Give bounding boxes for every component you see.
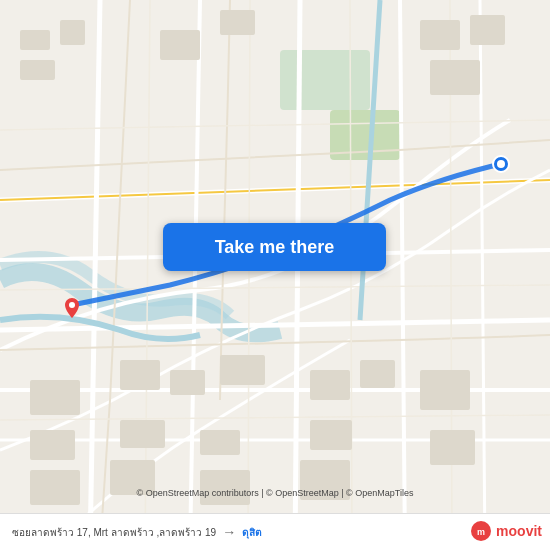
route-info: ซอยลาดพร้าว 17, Mrt ลาดพร้าว ,ลาดพร้าว 1… — [12, 524, 538, 540]
svg-rect-1 — [280, 50, 370, 110]
destination-marker — [492, 155, 510, 173]
svg-rect-30 — [170, 370, 205, 395]
arrow-icon: → — [222, 524, 236, 540]
map-background — [0, 0, 550, 550]
svg-rect-24 — [160, 30, 200, 60]
svg-rect-36 — [310, 420, 352, 450]
moovit-brand-text: moovit — [496, 523, 542, 539]
svg-rect-35 — [200, 430, 240, 455]
origin-marker — [62, 298, 82, 318]
svg-rect-21 — [20, 30, 50, 50]
svg-rect-40 — [30, 430, 75, 460]
svg-rect-29 — [120, 360, 160, 390]
moovit-logo-icon: m — [470, 520, 492, 542]
svg-rect-38 — [430, 430, 475, 465]
svg-rect-27 — [470, 15, 505, 45]
svg-rect-34 — [120, 420, 165, 448]
svg-rect-22 — [60, 20, 85, 45]
svg-rect-28 — [430, 60, 480, 95]
bottom-bar: ซอยลาดพร้าว 17, Mrt ลาดพร้าว ,ลาดพร้าว 1… — [0, 513, 550, 550]
svg-rect-42 — [110, 460, 155, 495]
moovit-logo: m moovit — [470, 520, 542, 542]
svg-rect-32 — [310, 370, 350, 400]
svg-rect-23 — [20, 60, 55, 80]
svg-point-47 — [497, 160, 505, 168]
svg-rect-44 — [300, 460, 350, 500]
take-me-there-button[interactable]: Take me there — [163, 223, 386, 271]
svg-rect-39 — [30, 380, 80, 415]
svg-rect-26 — [420, 20, 460, 50]
destination-label: ดุสิต — [242, 525, 262, 540]
svg-rect-37 — [420, 370, 470, 410]
origin-label: ซอยลาดพร้าว 17, Mrt ลาดพร้าว ,ลาดพร้าว 1… — [12, 525, 216, 540]
svg-rect-41 — [30, 470, 80, 505]
map-container: Take me there © OpenStreetMap contributo… — [0, 0, 550, 550]
svg-rect-31 — [220, 355, 265, 385]
svg-rect-33 — [360, 360, 395, 388]
svg-rect-25 — [220, 10, 255, 35]
svg-rect-43 — [200, 470, 250, 505]
svg-text:m: m — [477, 527, 485, 537]
svg-point-45 — [69, 302, 75, 308]
